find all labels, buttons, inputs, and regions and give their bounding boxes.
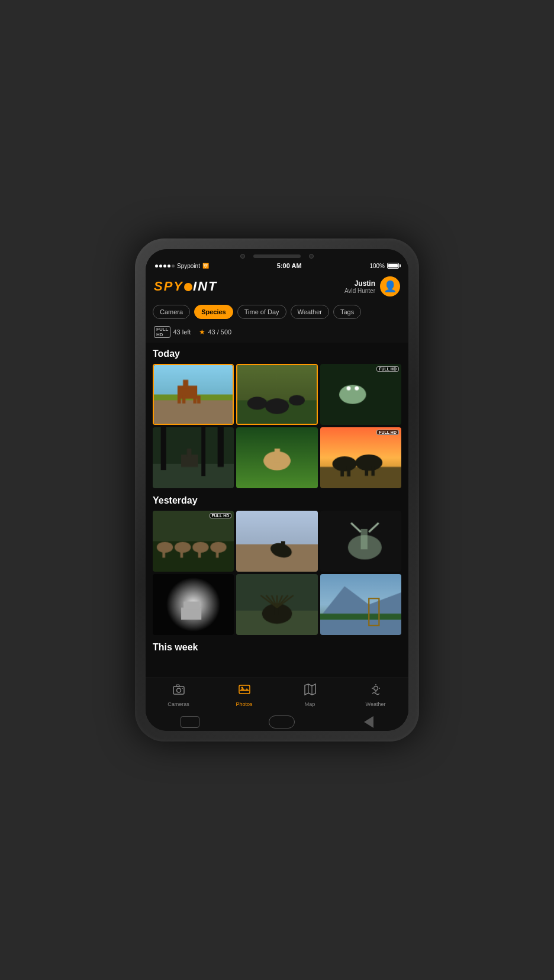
hd-overlay-3: FULL HD [376, 366, 399, 372]
nav-map[interactable]: Map [277, 683, 343, 707]
map-icon [304, 683, 317, 699]
app-header: SPYINT Justin Avid Hunter 👤 [146, 272, 408, 301]
status-time: 5:00 AM [277, 262, 302, 269]
photo-7[interactable]: FULL HD [153, 511, 234, 572]
photos-icon [238, 683, 251, 699]
star-counter: ★ 43 / 500 [199, 328, 231, 336]
section-yesterday: Yesterday [153, 495, 401, 506]
filter-species[interactable]: Species [194, 305, 233, 319]
avatar: 👤 [380, 276, 400, 296]
today-grid: FULL HD FULL HD [153, 364, 401, 488]
battery-percent: 100% [369, 263, 385, 269]
filter-camera[interactable]: Camera [153, 305, 190, 319]
filter-timeofday[interactable]: Time of Day [237, 305, 286, 319]
back-btn[interactable] [364, 716, 373, 728]
star-icon: ★ [199, 328, 205, 336]
photo-canvas-10 [153, 574, 234, 635]
map-label: Map [305, 701, 315, 707]
photo-10[interactable] [153, 574, 234, 635]
photo-1[interactable] [153, 364, 234, 425]
hd-overlay-6: FULL HD [376, 430, 399, 435]
photo-12[interactable] [320, 574, 401, 635]
photo-canvas-3 [320, 364, 401, 425]
home-btn[interactable] [269, 715, 295, 728]
photo-canvas-9 [320, 511, 401, 572]
filter-weather[interactable]: Weather [291, 305, 329, 319]
phone-bottom-bar [146, 711, 408, 731]
photo-2[interactable] [236, 364, 317, 425]
phone-shell: Spypoint 🛜 5:00 AM 100% SPYINT Justi [135, 238, 419, 742]
cameras-icon [172, 683, 185, 699]
counters: FULLHD 43 left ★ 43 / 500 [146, 324, 408, 343]
section-today: Today [153, 349, 401, 359]
photo-8[interactable] [236, 511, 317, 572]
hd-counter: FULLHD 43 left [154, 326, 191, 338]
scroll-area[interactable]: Today FULL HD [146, 343, 408, 678]
photo-canvas-6 [320, 427, 401, 488]
bottom-nav: Cameras Photos [146, 678, 408, 711]
signal-5 [172, 265, 175, 267]
filter-bar: Camera Species Time of Day Weather Tags [146, 301, 408, 324]
photo-canvas-11 [236, 574, 317, 635]
photo-canvas-2 [237, 365, 316, 424]
signal-3 [163, 265, 166, 267]
front-camera [240, 254, 245, 259]
battery-icon [387, 263, 399, 269]
user-subtitle: Avid Hunter [344, 288, 375, 294]
photo-5[interactable] [236, 427, 317, 488]
signal-dots [155, 265, 175, 267]
svg-marker-5 [239, 688, 250, 691]
user-info: Justin Avid Hunter 👤 [344, 276, 400, 296]
photo-3[interactable]: FULL HD [320, 364, 401, 425]
nav-photos[interactable]: Photos [211, 683, 277, 707]
svg-rect-0 [173, 686, 184, 694]
phone-inner: Spypoint 🛜 5:00 AM 100% SPYINT Justi [146, 249, 408, 731]
nav-weather[interactable]: Weather [343, 683, 408, 707]
status-bar: Spypoint 🛜 5:00 AM 100% [146, 261, 408, 272]
logo: SPYINT [154, 279, 217, 294]
weather-label: Weather [366, 701, 386, 707]
battery-fill [388, 264, 398, 267]
photo-11[interactable] [236, 574, 317, 635]
user-name: Justin [344, 279, 375, 288]
photo-canvas-8 [236, 511, 317, 572]
weather-icon [369, 683, 382, 699]
svg-marker-7 [305, 684, 315, 695]
nav-cameras[interactable]: Cameras [146, 683, 211, 707]
yesterday-grid: FULL HD [153, 511, 401, 635]
wifi-icon: 🛜 [202, 263, 209, 269]
filter-tags[interactable]: Tags [333, 305, 361, 319]
svg-point-10 [373, 686, 378, 691]
cameras-label: Cameras [168, 701, 189, 707]
photo-canvas-4 [153, 427, 234, 488]
status-right: 100% [369, 263, 399, 269]
photo-9[interactable] [320, 511, 401, 572]
photo-canvas-5 [236, 427, 317, 488]
photo-canvas-1 [154, 365, 233, 424]
svg-rect-2 [176, 685, 179, 686]
status-left: Spypoint 🛜 [155, 263, 209, 269]
hd-overlay-7: FULL HD [210, 513, 232, 518]
logo-text: SPY [154, 279, 183, 294]
section-thisweek: This week [153, 642, 401, 653]
hd-left-label: 43 left [173, 328, 191, 336]
photo-6[interactable]: FULL HD [320, 427, 401, 488]
signal-2 [159, 265, 162, 267]
signal-1 [155, 265, 158, 267]
speaker [253, 254, 301, 258]
carrier-label: Spypoint [177, 263, 200, 269]
photo-canvas-12 [320, 574, 401, 635]
hd-badge-box: FULLHD [154, 326, 170, 338]
svg-point-1 [176, 688, 181, 692]
this-week-spacer [153, 657, 401, 669]
sensor [309, 254, 314, 259]
phone-top-bar [146, 249, 408, 261]
recent-apps-btn[interactable] [181, 716, 199, 728]
svg-point-6 [241, 687, 243, 689]
logo-text2: INT [193, 279, 217, 294]
star-count-label: 43 / 500 [208, 328, 231, 336]
photo-4[interactable] [153, 427, 234, 488]
photo-canvas-7 [153, 511, 234, 572]
photos-label: Photos [236, 701, 252, 707]
signal-4 [168, 265, 170, 267]
